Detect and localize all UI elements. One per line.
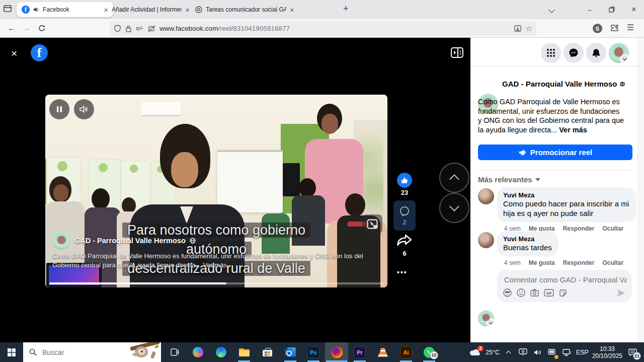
comment-item: Yuvi Meza Buenas tardes 4 sem Me gusta R… [497, 231, 623, 266]
next-reel-button[interactable] [439, 193, 469, 223]
comment-author[interactable]: Yuvi Meza [503, 191, 630, 199]
file-explorer-icon[interactable] [232, 342, 256, 362]
temperature-label[interactable]: 25°C [486, 349, 500, 356]
promote-reel-button[interactable]: Promocionar reel [478, 144, 632, 160]
comment-hide-link[interactable]: Ocultar [602, 259, 623, 266]
camera-icon[interactable] [530, 289, 539, 297]
gif-icon[interactable]: GIF [544, 289, 554, 297]
edge-icon[interactable] [209, 342, 232, 362]
hidden-icons-chevron[interactable] [503, 345, 514, 360]
url-bar[interactable]: www.facebook.com/reel/831041905916877 ☆ [110, 21, 536, 36]
tab-informes[interactable]: Añadir Actividad | Informes Mensua [107, 2, 195, 17]
avatar-sticker-icon[interactable] [503, 288, 512, 297]
action-center-icon[interactable]: 21 [626, 345, 639, 360]
menu-hamburger-icon[interactable]: ☰ [627, 23, 634, 32]
share-button[interactable] [396, 233, 413, 248]
comment-bubble[interactable]: Yuvi Meza Como puedo hacer para inscribi… [497, 187, 636, 222]
lock-icon[interactable] [125, 25, 132, 32]
comment-reply-link[interactable]: Responder [563, 259, 595, 266]
task-view-button[interactable] [163, 342, 186, 362]
tab-audio-icon[interactable] [33, 7, 39, 13]
tab-facebook[interactable]: Facebook [17, 2, 113, 17]
previous-reel-button[interactable] [439, 163, 469, 193]
comment-bubble[interactable]: Yuvi Meza Buenas tardes [497, 231, 558, 256]
reel-video[interactable]: Para nosotros como gobierno autónomo des… [45, 95, 387, 287]
teams-tray-icon[interactable] [518, 345, 529, 360]
shield-icon[interactable] [114, 25, 121, 32]
reload-button[interactable] [34, 21, 49, 35]
microsoft-store-icon[interactable] [256, 342, 279, 362]
reel-page-avatar[interactable] [52, 232, 70, 250]
tab-close-icon[interactable] [290, 6, 294, 14]
window-close-button[interactable]: × [624, 1, 644, 18]
collapse-sidebar-icon[interactable] [451, 47, 463, 58]
outlook-icon[interactable] [279, 342, 302, 362]
volume-tray-icon[interactable] [532, 345, 543, 360]
photoshop-icon[interactable]: Ps [302, 342, 325, 362]
send-icon[interactable] [617, 289, 626, 297]
forward-button[interactable]: → [19, 21, 34, 35]
comment-time[interactable]: 4 sem [504, 259, 521, 266]
whatsapp-icon[interactable]: 12 [418, 342, 441, 362]
reel-page-row[interactable]: GAD - Parroquial Valle Hermoso [52, 232, 196, 250]
close-reel-icon[interactable]: × [11, 47, 17, 59]
new-tab-button[interactable]: + [343, 4, 349, 14]
reel-caption-text[interactable]: Como GAD Parroquial de Valle Hermoso es … [52, 252, 378, 269]
illustrator-icon[interactable]: Ai [394, 342, 418, 362]
comment-button[interactable]: 2 [393, 200, 416, 231]
s-extension-icon[interactable]: S [593, 24, 602, 33]
sticker-icon[interactable] [559, 289, 567, 297]
comment-composer[interactable]: GIF [497, 270, 632, 302]
start-button[interactable] [0, 342, 23, 362]
network-tray-icon[interactable] [561, 345, 573, 360]
comment-author[interactable]: Yuvi Meza [503, 235, 552, 243]
sync-tray-icon[interactable] [547, 345, 558, 360]
firefox-view-icon[interactable] [3, 4, 14, 15]
more-options-button[interactable]: ••• [397, 268, 408, 276]
emoji-icon[interactable] [517, 288, 525, 297]
presenter-face [171, 152, 198, 187]
tab-tareas[interactable]: Tareas comunicador social GAD [190, 2, 306, 17]
tab-close-icon[interactable] [185, 6, 190, 14]
premiere-icon[interactable]: Pr [348, 342, 371, 362]
autoplay-blocked-icon[interactable] [148, 25, 155, 32]
comments-sort-dropdown[interactable]: Más relevantes [478, 175, 540, 184]
panel-page-name[interactable]: GAD - Parroquial Valle Hermoso [502, 80, 625, 88]
composer-avatar[interactable] [478, 310, 494, 326]
tab-list-chevron-icon[interactable] [541, 1, 561, 18]
back-button[interactable]: ← [4, 21, 19, 35]
panel-scrollbar[interactable] [637, 38, 644, 342]
volume-button[interactable] [74, 99, 94, 119]
commenter-avatar[interactable] [478, 188, 494, 204]
url-text[interactable]: www.facebook.com/reel/831041905916877 [159, 25, 510, 32]
vlc-icon[interactable] [371, 342, 394, 362]
taskbar-search[interactable] [23, 342, 161, 362]
profile-avatar[interactable] [609, 43, 629, 63]
taskbar-clock[interactable]: 10:33 20/10/2025 [592, 345, 622, 359]
firefox-icon[interactable] [325, 342, 348, 362]
save-page-icon[interactable] [514, 25, 522, 32]
apps-grid-icon[interactable] [541, 43, 561, 63]
extensions-puzzle-icon[interactable] [610, 24, 619, 32]
copilot-icon[interactable] [186, 342, 209, 362]
bookmark-star-icon[interactable]: ☆ [526, 24, 532, 33]
like-button[interactable] [397, 173, 412, 188]
pause-button[interactable] [49, 99, 69, 119]
see-more-link[interactable]: Ver más [559, 126, 587, 134]
window-minimize-button[interactable]: – [580, 1, 600, 18]
picture-in-picture-icon[interactable] [362, 214, 382, 234]
commenter-avatar[interactable] [478, 232, 494, 248]
comment-like-link[interactable]: Me gusta [529, 259, 555, 266]
weather-icon[interactable]: 2 [469, 345, 482, 360]
permissions-icon[interactable] [136, 26, 144, 32]
notifications-bell-icon[interactable] [586, 43, 606, 63]
facebook-logo[interactable]: f [31, 44, 48, 61]
window-restore-button[interactable] [602, 1, 622, 18]
reel-page-name[interactable]: GAD - Parroquial Valle Hermoso [74, 237, 186, 245]
tab-title: Facebook [43, 6, 69, 13]
video-progress-bar[interactable] [49, 282, 383, 284]
search-input[interactable] [41, 348, 104, 357]
messenger-icon[interactable] [564, 43, 584, 63]
comment-input[interactable] [503, 275, 628, 284]
language-indicator[interactable]: ESP [576, 349, 589, 356]
